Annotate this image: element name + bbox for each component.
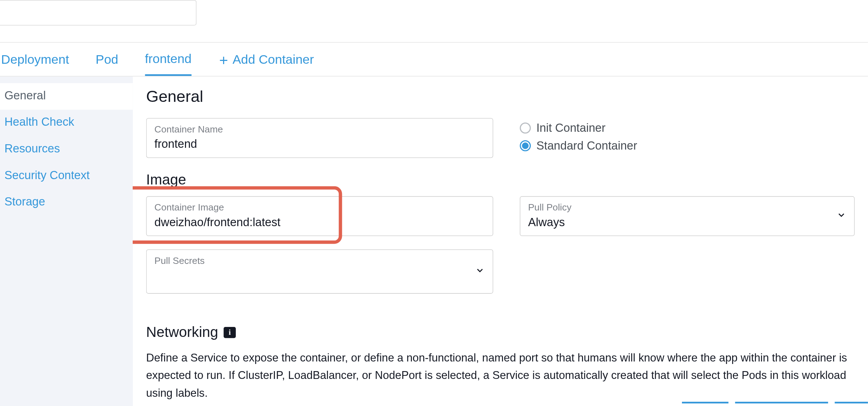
divider [0, 42, 868, 43]
tab-bar: Deployment Pod frontend Add Container [0, 43, 868, 76]
networking-description: Define a Service to expose the container… [146, 349, 855, 402]
sidenav-item-resources[interactable]: Resources [0, 136, 133, 163]
tab-frontend[interactable]: frontend [145, 43, 191, 76]
plus-icon [218, 54, 229, 65]
networking-heading-text: Networking [146, 324, 218, 341]
container-name-value: frontend [154, 137, 485, 151]
radio-standard-container[interactable]: Standard Container [520, 139, 854, 152]
container-name-field[interactable]: Container Name frontend [146, 118, 493, 158]
radio-label: Init Container [536, 121, 605, 135]
info-icon[interactable]: i [224, 327, 236, 338]
sidenav-item-health-check[interactable]: Health Check [0, 110, 133, 136]
chevron-down-icon [475, 265, 485, 277]
tab-pod[interactable]: Pod [96, 44, 118, 75]
top-search-box-remnant[interactable] [0, 0, 196, 26]
section-heading-image: Image [146, 171, 855, 188]
pull-secrets-label: Pull Secrets [154, 255, 485, 266]
side-nav: General Health Check Resources Security … [0, 77, 133, 406]
content-pane: General Container Name frontend Init Con… [133, 77, 868, 406]
tab-deployment[interactable]: Deployment [1, 44, 69, 75]
chevron-down-icon [836, 210, 846, 222]
tab-add-container[interactable]: Add Container [218, 44, 314, 75]
pull-policy-select[interactable]: Pull Policy Always [520, 196, 854, 236]
container-name-label: Container Name [154, 124, 485, 135]
section-heading-networking: Networking i [146, 324, 855, 341]
radio-label: Standard Container [536, 139, 637, 152]
container-type-radio-group: Init Container Standard Container [520, 118, 854, 158]
footer-button-hints [682, 402, 868, 406]
container-image-label: Container Image [154, 202, 485, 213]
sidenav-item-storage[interactable]: Storage [0, 189, 133, 216]
section-heading-general: General [146, 88, 855, 106]
pull-policy-label: Pull Policy [528, 202, 846, 213]
radio-icon [520, 140, 531, 151]
sidenav-item-general[interactable]: General [0, 83, 133, 110]
container-image-value: dweizhao/frontend:latest [154, 215, 485, 229]
radio-init-container[interactable]: Init Container [520, 121, 854, 135]
pull-policy-value: Always [528, 215, 846, 229]
pull-secrets-select[interactable]: Pull Secrets [146, 249, 493, 293]
sidenav-item-security-context[interactable]: Security Context [0, 163, 133, 189]
tab-add-label: Add Container [233, 52, 314, 67]
container-image-field[interactable]: Container Image dweizhao/frontend:latest [146, 196, 493, 236]
radio-icon [520, 123, 531, 134]
